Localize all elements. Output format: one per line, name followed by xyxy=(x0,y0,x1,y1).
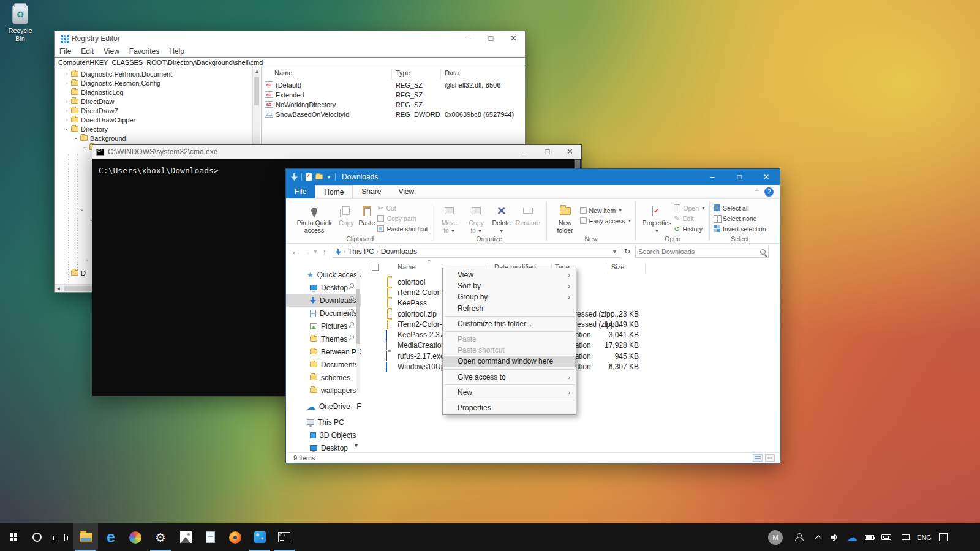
properties-button[interactable]: Properties▼ xyxy=(639,202,674,235)
tab-view[interactable]: View xyxy=(390,185,423,198)
tray-display[interactable] xyxy=(896,523,914,551)
close-button[interactable]: ✕ xyxy=(559,145,581,159)
edit-button[interactable]: ✎Edit xyxy=(674,214,706,223)
tray-battery[interactable] xyxy=(861,523,878,551)
nav-desktop-pc[interactable]: Desktop xyxy=(286,441,361,452)
column-header-type[interactable]: Type xyxy=(396,69,410,79)
registry-value-row[interactable]: 011 ShowBasedOnVelocityId REG_DWORD 0x00… xyxy=(265,110,524,119)
menu-item-view[interactable]: View› xyxy=(443,269,576,280)
tab-share[interactable]: Share xyxy=(353,185,390,198)
select-none-button[interactable]: Select none xyxy=(714,214,766,223)
paste-button[interactable]: Paste xyxy=(356,202,378,228)
tray-show-hidden-icons[interactable] xyxy=(810,523,827,551)
chevron-right-icon[interactable]: › xyxy=(64,99,70,105)
menu-help[interactable]: Help xyxy=(164,47,189,56)
select-all-button[interactable]: Select all xyxy=(714,203,766,212)
menu-item-paste-shortcut[interactable]: Paste shortcut xyxy=(443,345,576,356)
copy-path-button[interactable]: Copy path xyxy=(377,214,428,223)
chevron-right-icon[interactable]: › xyxy=(64,80,70,86)
details-view-button[interactable] xyxy=(753,454,763,462)
breadcrumb-chevron-icon[interactable]: › xyxy=(344,249,345,255)
menu-edit[interactable]: Edit xyxy=(76,47,99,56)
maximize-button[interactable]: □ xyxy=(726,169,753,185)
tab-file[interactable]: File xyxy=(286,185,315,198)
chevron-down-icon[interactable]: › xyxy=(79,207,85,213)
nav-documents-folder[interactable]: Documents xyxy=(286,358,361,371)
nav-onedrive[interactable]: ☁OneDrive - Family xyxy=(286,400,361,413)
taskbar-store-app[interactable] xyxy=(247,523,272,551)
column-divider[interactable] xyxy=(391,69,392,79)
column-header-size[interactable]: Size xyxy=(611,263,624,271)
rename-button[interactable]: Rename xyxy=(513,202,543,228)
search-icon[interactable] xyxy=(760,249,766,255)
nav-themes[interactable]: Themes xyxy=(286,332,361,345)
history-button[interactable]: ↺History xyxy=(674,224,706,233)
taskbar-photos[interactable] xyxy=(173,523,198,551)
column-header-name[interactable]: Name xyxy=(398,263,415,271)
nav-schemes[interactable]: schemes xyxy=(286,371,361,384)
up-button[interactable]: ↑ xyxy=(319,247,330,257)
column-header-data[interactable]: Data xyxy=(445,69,459,79)
menu-item-group-by[interactable]: Group by› xyxy=(443,291,576,302)
taskbar-settings[interactable]: ⚙ xyxy=(148,523,173,551)
nav-wallpapers[interactable]: wallpapers xyxy=(286,384,361,397)
menu-view[interactable]: View xyxy=(99,47,124,56)
address-bar[interactable]: › This PC › Downloads ▼ xyxy=(333,246,620,258)
taskbar-file-explorer[interactable] xyxy=(74,523,98,551)
nav-quick-access[interactable]: ★Quick access xyxy=(286,268,361,281)
breadcrumb-this-pc[interactable]: This PC xyxy=(348,247,374,256)
new-folder-button[interactable]: New folder xyxy=(551,202,580,234)
recent-locations-chevron-icon[interactable]: ▼ xyxy=(312,249,319,255)
cmd-title-bar[interactable]: C:\WINDOWS\system32\cmd.exe – □ ✕ xyxy=(92,145,581,159)
taskbar-color-app[interactable] xyxy=(123,523,148,551)
nav-scrollbar[interactable] xyxy=(356,271,360,393)
nav-pictures[interactable]: Pictures xyxy=(286,320,361,332)
breadcrumb-chevron-icon[interactable]: › xyxy=(377,249,379,255)
close-button[interactable]: ✕ xyxy=(502,32,525,45)
invert-selection-button[interactable]: Invert selection xyxy=(714,224,766,233)
cortana-search-button[interactable] xyxy=(24,523,49,551)
nav-desktop[interactable]: Desktop xyxy=(286,281,361,294)
collapse-ribbon-icon[interactable]: ⌃ xyxy=(755,189,760,195)
nav-between-pcs[interactable]: Between PCs xyxy=(286,345,361,358)
column-header-name[interactable]: Name xyxy=(274,69,292,79)
menu-favorites[interactable]: Favorites xyxy=(124,47,164,56)
explorer-title-bar[interactable]: ▼ Downloads – □ ✕ xyxy=(286,169,780,185)
tray-volume[interactable] xyxy=(826,523,843,551)
address-dropdown-icon[interactable]: ▼ xyxy=(612,249,617,255)
copy-button[interactable]: Copy xyxy=(336,202,356,228)
tree-item[interactable]: ›DirectDraw7 xyxy=(55,106,252,115)
registry-value-row[interactable]: ab Extended REG_SZ xyxy=(265,90,524,99)
help-icon[interactable]: ? xyxy=(764,187,774,197)
registry-address-bar[interactable]: Computer\HKEY_CLASSES_ROOT\Directory\Bac… xyxy=(55,57,525,67)
registry-value-row[interactable]: ab (Default) REG_SZ @shell32.dll,-8506 xyxy=(265,80,524,89)
tray-user-avatar[interactable]: M xyxy=(767,523,784,551)
forward-button[interactable]: → xyxy=(301,247,312,257)
scroll-down-icon[interactable]: ▼ xyxy=(353,443,359,449)
refresh-icon[interactable]: ↻ xyxy=(620,247,634,256)
menu-item-give-access[interactable]: Give access to› xyxy=(443,372,576,383)
chevron-right-icon[interactable]: › xyxy=(64,117,70,123)
paste-shortcut-button[interactable]: Paste shortcut xyxy=(377,224,428,233)
easy-access-button[interactable]: Easy access▼ xyxy=(580,216,632,225)
registry-title-bar[interactable]: Registry Editor – □ ✕ xyxy=(55,31,525,46)
tree-item[interactable]: ›DirectDraw xyxy=(55,97,252,106)
tray-action-center[interactable] xyxy=(934,523,952,551)
menu-item-open-command-window[interactable]: Open command window here xyxy=(443,356,576,367)
recycle-bin[interactable]: ♻ Recycle Bin xyxy=(2,5,38,43)
cut-button[interactable]: ✂Cut xyxy=(377,203,428,212)
chevron-right-icon[interactable]: › xyxy=(64,71,70,77)
tree-item[interactable]: ›Diagnostic.Perfmon.Document xyxy=(55,69,252,78)
select-all-checkbox[interactable] xyxy=(372,264,379,271)
search-input[interactable] xyxy=(638,248,760,255)
pin-to-quick-access-button[interactable]: Pin to Quick access xyxy=(292,202,336,234)
tree-item[interactable]: ›Diagnostic.Resmon.Config xyxy=(55,78,252,88)
copy-to-button[interactable]: Copy to ▼ xyxy=(463,202,490,235)
menu-item-sort-by[interactable]: Sort by› xyxy=(443,280,576,291)
maximize-button[interactable]: □ xyxy=(536,145,559,159)
tree-item[interactable]: ›DirectDrawClipper xyxy=(55,115,252,124)
chevron-down-icon[interactable]: › xyxy=(64,126,70,132)
open-button[interactable]: Open▼ xyxy=(674,203,706,212)
tray-language[interactable]: ENG xyxy=(914,523,934,551)
column-divider[interactable] xyxy=(606,263,606,272)
